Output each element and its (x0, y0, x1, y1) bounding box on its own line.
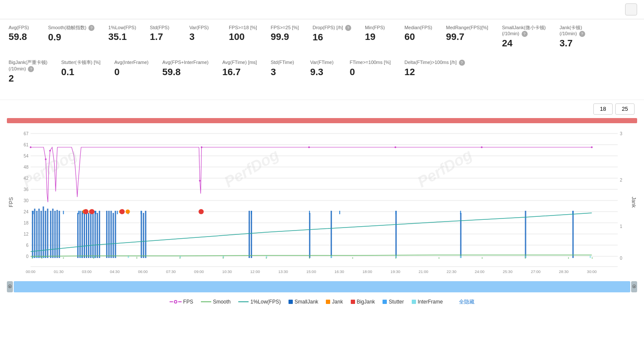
stat-value-smooth: 0.9 (48, 32, 61, 43)
svg-rect-83 (143, 213, 144, 258)
stat-label-median-fps: Median(FPS) (404, 24, 432, 30)
stat-label-avg-fps: Avg(FPS) (9, 24, 29, 30)
legend-item-interframe-legend[interactable]: InterFrame (412, 299, 443, 305)
stat-value-drop-fps: 16 (313, 32, 323, 43)
svg-text:30:00: 30:00 (587, 270, 597, 274)
info-icon-jank[interactable]: ? (579, 31, 585, 37)
svg-rect-66 (77, 213, 79, 258)
svg-point-136 (308, 146, 310, 148)
stat-drop-fps: Drop(FPS) [/h] ?16 (313, 24, 351, 43)
fps-threshold-25-input[interactable] (615, 103, 635, 115)
info-icon-delta-ftime[interactable]: ? (459, 60, 465, 66)
svg-rect-117 (251, 211, 252, 214)
svg-rect-74 (94, 211, 96, 258)
stat-fps18: FPS>=18 [%]100 (229, 24, 257, 42)
svg-rect-76 (99, 211, 100, 258)
svg-point-137 (395, 146, 396, 148)
fps-threshold-controls (591, 103, 637, 115)
svg-point-126 (126, 209, 130, 214)
scrollbar-left-handle[interactable]: ⦿ (7, 281, 13, 292)
svg-text:2: 2 (620, 178, 623, 182)
svg-text:FPS: FPS (8, 197, 14, 207)
svg-text:67: 67 (24, 131, 29, 136)
svg-text:48: 48 (24, 165, 29, 170)
info-icon-drop-fps[interactable]: ? (345, 25, 351, 31)
stat-label-stutter: Stutter(卡顿率) [%] (61, 59, 100, 65)
legend-label-stutter-legend: Stutter (389, 299, 404, 305)
legend-label-bigjank-legend: BigJank (357, 299, 375, 305)
svg-rect-65 (59, 211, 60, 258)
stat-label-var-ftime: Var(FTime) (310, 59, 333, 65)
svg-rect-89 (395, 211, 397, 258)
svg-text:00:00: 00:00 (26, 270, 36, 274)
stat-value-medrange-fps: 99.7 (446, 31, 465, 42)
hide-all-button[interactable]: 全隐藏 (459, 298, 474, 306)
collapse-button[interactable] (625, 3, 637, 15)
stat-label-smooth: Smooth(稳帧指数) ? (48, 24, 94, 31)
stat-smalljank: SmallJank(微小卡顿)(/10min) ?24 (502, 24, 546, 49)
stats-section: Avg(FPS)59.8Smooth(稳帧指数) ?0.91%Low(FPS)3… (0, 19, 644, 100)
stat-avg-interframe: Avg(InterFrame)0 (114, 59, 149, 77)
scrollbar-right-handle[interactable]: ⦿ (631, 281, 637, 292)
svg-rect-86 (251, 211, 252, 258)
svg-text:12:00: 12:00 (250, 270, 260, 274)
svg-point-134 (199, 180, 200, 182)
svg-rect-142 (63, 257, 64, 259)
svg-rect-62 (52, 209, 54, 258)
svg-point-131 (30, 146, 31, 148)
info-icon-smalljank[interactable]: ? (522, 31, 528, 37)
svg-rect-72 (90, 211, 91, 258)
legend-item-fps[interactable]: FPS (170, 299, 193, 305)
svg-rect-81 (115, 211, 116, 258)
legend-row: FPSSmooth1%Low(FPS)SmallJankJankBigJankS… (7, 296, 637, 308)
svg-rect-107 (33, 211, 33, 214)
fps-threshold-18-input[interactable] (593, 103, 613, 115)
legend-item-stutter-legend[interactable]: Stutter (383, 299, 404, 305)
legend-item-jank-legend[interactable]: Jank (326, 299, 343, 305)
legend-item-smooth[interactable]: Smooth (201, 299, 231, 305)
stat-jank: Jank(卡顿)(/10min) ?3.7 (559, 24, 585, 49)
svg-text:06:00: 06:00 (138, 270, 148, 274)
stat-value-avg-fps: 59.8 (9, 31, 27, 42)
svg-point-128 (89, 209, 94, 214)
stat-std-fps: Std(FPS)1.7 (150, 24, 176, 42)
svg-text:07:30: 07:30 (166, 270, 176, 274)
header-bar (0, 0, 644, 19)
svg-rect-82 (141, 211, 142, 258)
info-icon-smooth[interactable]: ? (88, 25, 94, 31)
stat-label-ftime100: FTime>=100ms [%] (349, 59, 391, 65)
scrollbar-row: ⦿ ⦿ (7, 281, 637, 292)
legend-item-bigjank-legend[interactable]: BigJank (351, 299, 375, 305)
svg-rect-102 (331, 256, 332, 258)
legend-item-smalljank-legend[interactable]: SmallJank (289, 299, 318, 305)
svg-rect-79 (110, 211, 112, 258)
chart-svg: 67 61 54 48 42 36 30 24 18 12 6 0 FPS 3 … (7, 125, 637, 279)
svg-text:12: 12 (24, 232, 29, 237)
stat-label-pct1low: 1%Low(FPS) (108, 24, 136, 30)
svg-text:19:30: 19:30 (391, 270, 401, 274)
svg-text:18:00: 18:00 (362, 270, 372, 274)
svg-text:13:30: 13:30 (278, 270, 288, 274)
stat-value-avg-ftime: 16.7 (222, 67, 241, 78)
stat-value-pct1low: 35.1 (108, 31, 127, 42)
label-bar (7, 118, 637, 123)
svg-rect-144 (137, 257, 137, 259)
svg-point-132 (45, 158, 46, 160)
stat-fps25: FPS>=25 [%]99.9 (271, 24, 299, 42)
svg-text:28:30: 28:30 (559, 270, 569, 274)
stat-value-ftime100: 0 (349, 67, 355, 78)
svg-rect-141 (41, 257, 42, 259)
stat-label-jank: Jank(卡顿)(/10min) ? (559, 24, 585, 37)
scrollbar-track[interactable] (14, 281, 630, 292)
svg-point-139 (591, 146, 592, 148)
stat-delta-ftime: Delta(FTime)>100ms [/h] ?12 (404, 59, 465, 78)
svg-rect-61 (50, 211, 52, 258)
svg-rect-73 (92, 210, 94, 258)
svg-rect-145 (179, 257, 180, 259)
svg-point-129 (119, 209, 125, 214)
svg-text:3: 3 (620, 131, 623, 136)
svg-rect-92 (572, 211, 574, 258)
info-icon-bigjank[interactable]: ? (28, 66, 34, 72)
chart-section: PerfDog PerfDog PerfDog (0, 100, 644, 308)
legend-item-1pct-low[interactable]: 1%Low(FPS) (238, 299, 281, 305)
